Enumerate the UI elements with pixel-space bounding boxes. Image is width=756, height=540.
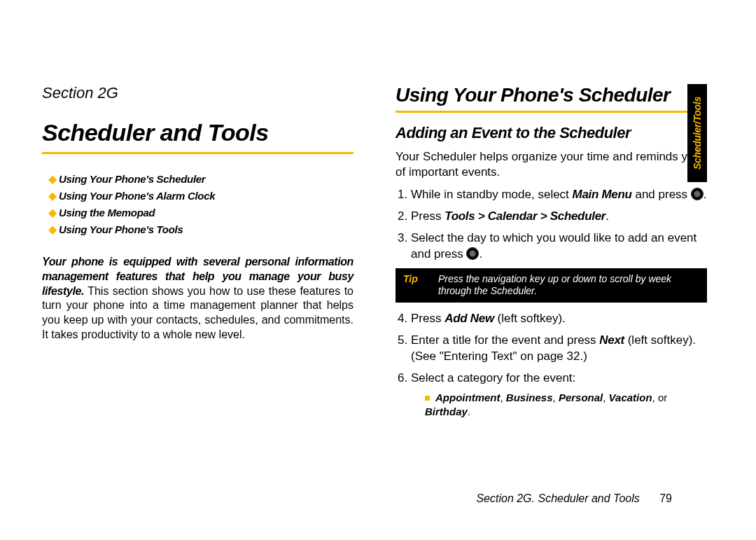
toc-item: ◆ Using the Memopad bbox=[46, 205, 354, 221]
category: Birthday bbox=[425, 406, 468, 417]
step-text: While in standby mode, select bbox=[411, 188, 573, 201]
toc-label: Using Your Phone's Alarm Clock bbox=[59, 188, 215, 205]
toc-label: Using the Memopad bbox=[59, 205, 155, 221]
step-text: (left softkey). bbox=[494, 312, 566, 325]
diamond-bullet-icon: ◆ bbox=[46, 205, 59, 221]
step-text: . bbox=[704, 188, 707, 201]
page-number: 79 bbox=[659, 492, 672, 504]
section-label: Section 2G bbox=[42, 84, 354, 102]
step-item: Select a category for the event: Appoint… bbox=[411, 371, 707, 419]
footer-text: Section 2G. Scheduler and Tools bbox=[476, 492, 639, 504]
body-text: Your Scheduler helps organize your time … bbox=[396, 149, 707, 180]
diamond-bullet-icon: ◆ bbox=[46, 221, 59, 238]
right-column: Using Your Phone's Scheduler Adding an E… bbox=[388, 42, 707, 476]
intro-paragraph: Your phone is equipped with several pers… bbox=[42, 255, 354, 342]
category: Personal bbox=[559, 392, 603, 403]
step-text: Select a category for the event: bbox=[411, 371, 575, 385]
sep: , bbox=[553, 392, 559, 403]
nav-key-icon bbox=[466, 247, 479, 260]
square-bullet-icon bbox=[425, 396, 430, 401]
nav-key-icon bbox=[691, 188, 704, 200]
softkey-label: Add New bbox=[444, 312, 494, 325]
steps-list: While in standby mode, select Main Menu … bbox=[396, 187, 707, 263]
toc-item: ◆ Using Your Phone's Alarm Clock bbox=[46, 188, 354, 205]
softkey-label: Next bbox=[599, 333, 624, 347]
steps-list-continued: Press Add New (left softkey). Enter a ti… bbox=[396, 311, 707, 419]
category-line: Appointment, Business, Personal, Vacatio… bbox=[425, 391, 707, 420]
step-text: . bbox=[479, 247, 482, 261]
step-item: Enter a title for the event and press Ne… bbox=[411, 333, 707, 365]
tip-body: Press the navigation key up or down to s… bbox=[431, 269, 706, 302]
menu-path: Main Menu bbox=[573, 188, 632, 201]
toc-list: ◆ Using Your Phone's Scheduler ◆ Using Y… bbox=[46, 171, 354, 238]
intro-rest: This section shows you how to use these … bbox=[42, 285, 354, 340]
step-text: Press bbox=[411, 312, 444, 325]
category: Appointment bbox=[435, 392, 500, 403]
or-text: or bbox=[655, 392, 668, 403]
side-tab-label: Scheduler/Tools bbox=[692, 97, 703, 169]
step-text: Enter a title for the event and press bbox=[411, 333, 599, 347]
step-text: Select the day to which you would like t… bbox=[411, 231, 696, 261]
category: Business bbox=[506, 392, 553, 403]
heading-2: Adding an Event to the Scheduler bbox=[396, 124, 707, 142]
page-title: Scheduler and Tools bbox=[42, 119, 354, 154]
step-item: Press Tools > Calendar > Scheduler. bbox=[411, 209, 707, 225]
step-text: and press bbox=[632, 188, 691, 201]
category: Vacation bbox=[609, 392, 652, 403]
tip-box: Tip Press the navigation key up or down … bbox=[396, 268, 707, 303]
step-item: Select the day to which you would like t… bbox=[411, 230, 707, 263]
step-text: . bbox=[606, 209, 609, 223]
left-column: Section 2G Scheduler and Tools ◆ Using Y… bbox=[42, 42, 360, 476]
step-item: While in standby mode, select Main Menu … bbox=[411, 187, 707, 203]
footer: Section 2G. Scheduler and Tools 79 bbox=[476, 492, 672, 505]
toc-item: ◆ Using Your Phone's Scheduler bbox=[46, 171, 354, 188]
step-item: Press Add New (left softkey). bbox=[411, 311, 707, 327]
sep: . bbox=[468, 406, 470, 417]
step-text: Press bbox=[411, 209, 444, 223]
sep: , bbox=[500, 392, 505, 403]
page-spread: Section 2G Scheduler and Tools ◆ Using Y… bbox=[42, 42, 707, 476]
diamond-bullet-icon: ◆ bbox=[46, 171, 59, 188]
section-side-tab: Scheduler/Tools bbox=[687, 84, 707, 182]
toc-label: Using Your Phone's Tools bbox=[59, 222, 183, 238]
toc-item: ◆ Using Your Phone's Tools bbox=[46, 221, 354, 238]
toc-label: Using Your Phone's Scheduler bbox=[59, 172, 205, 188]
diamond-bullet-icon: ◆ bbox=[46, 188, 59, 205]
heading-1: Using Your Phone's Scheduler bbox=[396, 84, 707, 113]
menu-path: Tools > Calendar > Scheduler bbox=[444, 209, 606, 223]
tip-label: Tip bbox=[396, 269, 431, 302]
sep: , bbox=[603, 392, 608, 403]
category-list: Appointment, Business, Personal, Vacatio… bbox=[425, 391, 707, 420]
